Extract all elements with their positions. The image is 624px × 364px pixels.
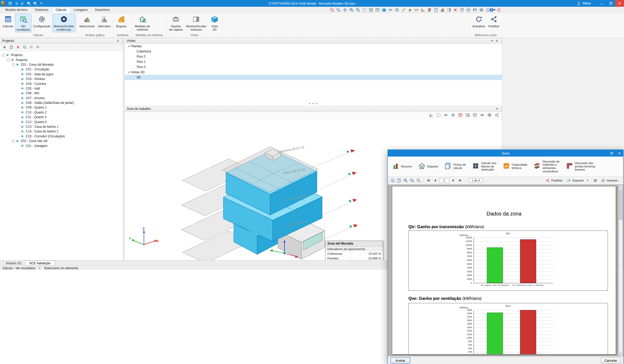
mag-plus-icon[interactable] [349, 7, 354, 12]
tree-item[interactable]: C08 - Salão (Salão/Sala de jantar) [0, 100, 123, 105]
collapse-workspace-icon[interactable] [494, 106, 500, 111]
table-icon[interactable] [472, 112, 477, 118]
tree-item[interactable]: -Projecto [0, 57, 123, 62]
close-panel-icon[interactable] [115, 38, 121, 43]
close-panel-icon[interactable] [494, 38, 500, 43]
ruler-icon[interactable] [414, 7, 419, 12]
minimize-button[interactable] [598, 0, 606, 7]
tree-expander-icon[interactable]: - [12, 140, 15, 143]
previous-page-icon[interactable] [433, 178, 438, 183]
tab-sistemas[interactable]: Sistemas [31, 7, 52, 13]
tree-item[interactable]: C07 - Arrumo [0, 96, 123, 100]
intervalos-button[interactable]: Intervalos [97, 14, 112, 29]
mostrar-ocultar-button[interactable]: Mostrar/Ocultar incidências [52, 14, 75, 32]
tree-item[interactable]: C15 - Corredor (Circulação) [0, 134, 123, 139]
accept-button[interactable]: Aceitar [390, 358, 410, 363]
text-a-icon[interactable]: A [407, 7, 413, 12]
mag-doc-icon[interactable] [390, 178, 395, 183]
tab-desenhos[interactable]: Desenhos [91, 7, 114, 13]
layers-icon[interactable] [427, 7, 432, 12]
next-page-icon[interactable] [451, 178, 456, 183]
ver-button[interactable]: Ver resultados [15, 14, 31, 32]
scrollbar-thumb[interactable] [619, 190, 622, 220]
grid-icon[interactable] [368, 7, 374, 12]
mask-icon[interactable] [446, 7, 452, 12]
close-button[interactable] [615, 0, 624, 7]
capacidade-button[interactable]: Capacidade térmica [501, 161, 529, 172]
eye-icon[interactable] [480, 112, 485, 118]
eye-icon[interactable] [443, 112, 448, 118]
app-logo-icon[interactable] [1, 1, 6, 6]
tree-item[interactable]: C09 - Quarto 1 [0, 105, 123, 110]
share3-icon[interactable] [496, 7, 501, 12]
view-item-piso-1[interactable]: Piso 1 [125, 59, 502, 64]
pan-icon[interactable] [450, 112, 456, 118]
mag-icon[interactable] [329, 7, 335, 12]
tree-item[interactable]: C05 - Hall [0, 86, 123, 91]
plus-icon[interactable] [2, 45, 7, 50]
tree-expander-icon[interactable]: - [7, 58, 10, 61]
splitter-handle[interactable]: ● ● ● [125, 102, 502, 105]
tree-expander-icon[interactable]: - [2, 54, 5, 57]
tree-item[interactable]: C12 - Quarto 4 [0, 119, 123, 124]
tree-item[interactable]: -Projecto [0, 53, 123, 57]
tree-col-icon[interactable] [29, 45, 34, 50]
mag-icon[interactable] [22, 45, 27, 50]
disk-icon[interactable] [472, 7, 477, 12]
tree-item[interactable]: -Z01 - Zona útil Moradia [0, 62, 123, 67]
tab-modelo-térmico[interactable]: Modelo térmico [2, 7, 31, 13]
mag-icon[interactable] [336, 7, 341, 12]
mag-minus-icon[interactable] [32, 1, 38, 6]
view-item-3d[interactable]: 3D [125, 75, 502, 80]
gear-icon[interactable] [479, 7, 484, 12]
copy-icon[interactable] [459, 7, 464, 12]
redo-icon[interactable] [20, 1, 25, 6]
undo-icon[interactable] [14, 1, 19, 6]
configura-o-button[interactable]: Configuração [32, 14, 52, 29]
tree-item[interactable]: C10 - Quarto 2 [0, 110, 123, 115]
tab-listagens[interactable]: Listagens [70, 7, 91, 13]
frame-icon[interactable] [436, 112, 441, 118]
vista-button[interactable]: Vista 3D [208, 14, 221, 32]
docs-icon[interactable] [433, 7, 439, 12]
tree-item[interactable]: C06 - WC [0, 91, 123, 96]
c-lculo-dos-button[interactable]: Cálculo dos fatores de obstrução [470, 160, 498, 173]
page-number-input[interactable] [439, 178, 449, 183]
descri-o-de-button[interactable]: Descrição de materiais e elementos const… [531, 159, 561, 174]
tree-item[interactable]: C04 - Cozinha [0, 81, 123, 86]
resumo-button[interactable]: Resumo [390, 161, 414, 172]
axes-icon[interactable] [420, 7, 426, 12]
chevron-down-icon[interactable] [127, 44, 131, 49]
document-scrollbar[interactable] [619, 185, 623, 356]
tree-item[interactable]: C14 - Casa de banho 2 [0, 129, 123, 134]
mag-minus-icon[interactable] [355, 7, 361, 12]
share-button[interactable]: Partilhar [544, 177, 564, 184]
mag-minus-icon[interactable] [409, 178, 415, 183]
seleccionar-button[interactable]: Seleccionar [78, 14, 96, 29]
last-page-icon[interactable] [457, 178, 462, 183]
medidas-de-button[interactable]: Medidas de melhoria [134, 14, 151, 32]
pan-icon[interactable] [342, 7, 348, 12]
tree-expander-icon[interactable]: - [12, 63, 15, 66]
frame-icon[interactable] [362, 7, 367, 12]
dialog-close-button[interactable] [615, 150, 623, 157]
mag-icon[interactable] [416, 178, 421, 183]
chevron-down-icon[interactable] [127, 70, 131, 75]
bottom-tab-modelo-3d[interactable]: Modelo 3D [2, 260, 25, 266]
tree-item[interactable]: C13 - Casa de banho 1 [0, 124, 123, 129]
tree-item[interactable]: C01 - Circulação [0, 67, 123, 72]
chart-icon[interactable] [440, 7, 445, 12]
cross-icon[interactable] [453, 7, 458, 12]
tree-item[interactable]: C01 - Garagem [0, 143, 123, 148]
cube-icon[interactable] [381, 7, 387, 12]
user-button[interactable]: Maria [574, 0, 593, 7]
partilhar-button[interactable]: Partilhar [487, 14, 501, 29]
table-icon[interactable] [458, 112, 463, 118]
etiqueta-button[interactable]: AEtiqueta [416, 161, 440, 172]
-ngulos-button[interactable]: Ângulos [115, 14, 128, 29]
bottom-tab-sce-habita-o[interactable]: SCE habitação [25, 260, 54, 266]
view-item-cobertura[interactable]: Cobertura [125, 49, 502, 54]
mostrar-ocultar-button[interactable]: Mostrar/Ocultar máscara [185, 14, 208, 32]
export-button[interactable]: Exportar [565, 177, 591, 184]
tree-item[interactable]: C11 - Quarto 3 [0, 115, 123, 119]
